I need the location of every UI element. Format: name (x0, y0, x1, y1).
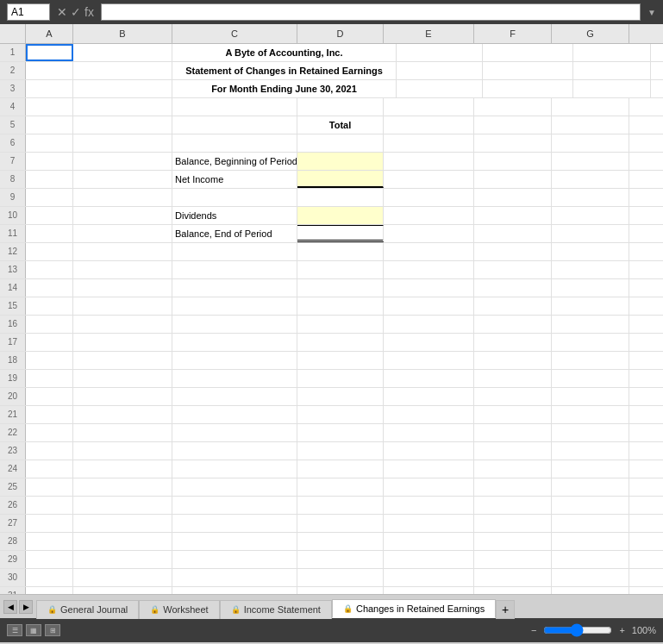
cell-a17[interactable] (26, 334, 73, 351)
cell-d23[interactable] (297, 442, 384, 460)
cell-g2[interactable] (651, 62, 663, 79)
cell-f29[interactable] (474, 551, 552, 568)
cell-c22[interactable] (172, 424, 297, 441)
cell-h12[interactable] (629, 243, 663, 260)
normal-view-icon[interactable]: ☰ (7, 624, 22, 636)
cell-h17[interactable] (629, 334, 663, 351)
cell-c13[interactable] (172, 261, 297, 278)
cell-d10-value[interactable] (297, 207, 384, 224)
cell-f19[interactable] (474, 370, 552, 387)
cell-h29[interactable] (629, 551, 663, 568)
cell-h25[interactable] (629, 478, 663, 496)
cell-f13[interactable] (474, 261, 552, 278)
cell-g3[interactable] (651, 80, 663, 97)
cell-b14[interactable] (73, 279, 172, 297)
cell-g28[interactable] (552, 533, 629, 550)
col-header-e[interactable]: E (384, 24, 474, 43)
cell-g25[interactable] (552, 478, 629, 496)
tab-worksheet[interactable]: 🔒 Worksheet (139, 600, 219, 619)
cell-f15[interactable] (474, 297, 552, 315)
cell-a14[interactable] (26, 279, 73, 297)
cell-e21[interactable] (384, 406, 474, 423)
col-header-d[interactable]: D (297, 24, 384, 43)
cell-g22[interactable] (552, 424, 629, 441)
cell-d18[interactable] (297, 352, 384, 369)
cell-a23[interactable] (26, 442, 73, 460)
formula-bar[interactable] (101, 3, 641, 21)
cell-h16[interactable] (629, 316, 663, 333)
cell-h23[interactable] (629, 442, 663, 460)
cell-g21[interactable] (552, 406, 629, 423)
cell-h27[interactable] (629, 515, 663, 532)
cell-reference-box[interactable]: A1 (7, 3, 50, 21)
cell-e15[interactable] (384, 297, 474, 315)
tab-prev-btn[interactable]: ◀ (3, 600, 17, 614)
cell-d1[interactable] (397, 44, 483, 61)
cell-h22[interactable] (629, 424, 663, 441)
cell-b13[interactable] (73, 261, 172, 278)
cell-c12[interactable] (172, 243, 297, 260)
cell-e31[interactable] (384, 587, 474, 594)
cell-a25[interactable] (26, 478, 73, 496)
zoom-plus-btn[interactable]: + (619, 625, 624, 635)
cell-c11-label[interactable]: Balance, End of Period (172, 225, 297, 242)
cell-a13[interactable] (26, 261, 73, 278)
col-header-b[interactable]: B (73, 24, 172, 43)
cell-b19[interactable] (73, 370, 172, 387)
cell-b27[interactable] (73, 515, 172, 532)
cell-g23[interactable] (552, 442, 629, 460)
cell-b20[interactable] (73, 388, 172, 405)
cell-b3[interactable] (73, 80, 172, 97)
cell-a12[interactable] (26, 243, 73, 260)
cell-b28[interactable] (73, 533, 172, 550)
cell-f31[interactable] (474, 587, 552, 594)
cell-d29[interactable] (297, 551, 384, 568)
cell-c23[interactable] (172, 442, 297, 460)
cell-h18[interactable] (629, 352, 663, 369)
cell-d7-value[interactable] (297, 153, 384, 170)
cell-b17[interactable] (73, 334, 172, 351)
cell-d31[interactable] (297, 587, 384, 594)
cell-e1[interactable] (483, 44, 573, 61)
cell-e29[interactable] (384, 551, 474, 568)
cell-b18[interactable] (73, 352, 172, 369)
cell-f1[interactable] (573, 44, 651, 61)
tab-general-journal[interactable]: 🔒 General Journal (36, 600, 139, 619)
cell-g31[interactable] (552, 587, 629, 594)
confirm-icon[interactable]: ✓ (71, 5, 81, 19)
cell-c26[interactable] (172, 497, 297, 514)
cell-a3[interactable] (26, 80, 73, 97)
cell-a26[interactable] (26, 497, 73, 514)
cell-g15[interactable] (552, 297, 629, 315)
cell-f18[interactable] (474, 352, 552, 369)
cell-c7-label[interactable]: Balance, Beginning of Period (172, 153, 297, 170)
cell-c25[interactable] (172, 478, 297, 496)
cell-f24[interactable] (474, 460, 552, 478)
cell-a31[interactable] (26, 587, 73, 594)
cell-h15[interactable] (629, 297, 663, 315)
cell-c19[interactable] (172, 370, 297, 387)
cell-a24[interactable] (26, 460, 73, 478)
cell-e28[interactable] (384, 533, 474, 550)
cell-g27[interactable] (552, 515, 629, 532)
cell-b12[interactable] (73, 243, 172, 260)
cell-c1[interactable]: A Byte of Accounting, Inc. (172, 44, 397, 61)
cell-b16[interactable] (73, 316, 172, 333)
cell-g19[interactable] (552, 370, 629, 387)
col-header-g[interactable]: G (552, 24, 629, 43)
cell-d17[interactable] (297, 334, 384, 351)
cell-b24[interactable] (73, 460, 172, 478)
cell-a20[interactable] (26, 388, 73, 405)
cell-c21[interactable] (172, 406, 297, 423)
cell-g20[interactable] (552, 388, 629, 405)
cell-e19[interactable] (384, 370, 474, 387)
cell-f25[interactable] (474, 478, 552, 496)
cell-d30[interactable] (297, 569, 384, 586)
cell-a19[interactable] (26, 370, 73, 387)
add-sheet-button[interactable]: + (496, 600, 515, 619)
cell-c16[interactable] (172, 316, 297, 333)
cell-e24[interactable] (384, 460, 474, 478)
cell-d2[interactable] (397, 62, 483, 79)
cell-e30[interactable] (384, 569, 474, 586)
tab-next-btn[interactable]: ▶ (19, 600, 33, 614)
